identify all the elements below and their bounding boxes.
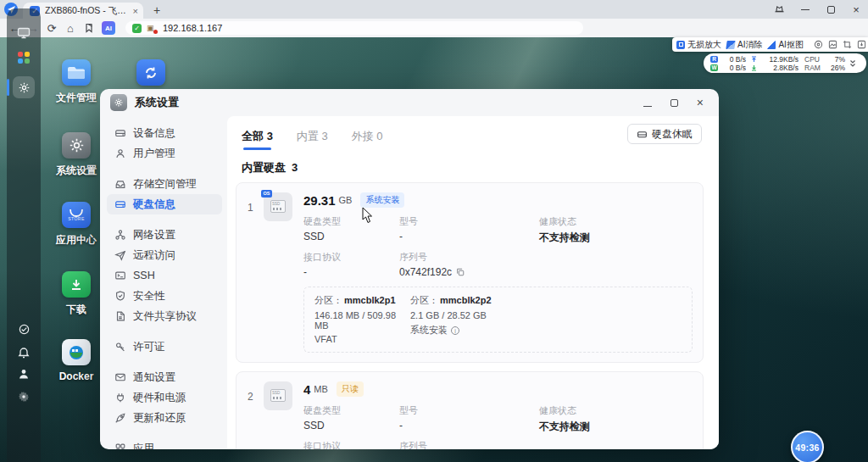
sidebar-item-storage-management[interactable]: 存储空间管理 [107,174,222,194]
crop-icon[interactable] [843,40,852,49]
collapse-chevron-icon[interactable] [849,56,856,71]
ram-value: 26% [831,64,845,72]
dock-sync-icon[interactable] [7,318,41,340]
dock [7,8,41,462]
window-maximize-button[interactable] [670,95,678,110]
disk-read-value: 0 B/s [730,55,746,64]
system-install-badge: 系统安装 [360,192,404,208]
dock-gear-icon[interactable] [7,386,41,408]
url-text[interactable]: 192.168.1.167 [163,23,222,33]
window-titlebar[interactable]: 系统设置 × [100,89,719,116]
reload-icon[interactable]: ⟳ [42,20,61,36]
tab-internal[interactable]: 内置 3 [297,129,328,144]
eraser-icon [726,41,735,49]
sidebar-item-label: 存储空间管理 [133,177,197,192]
download-arrow-icon [751,64,757,71]
sidebar-item-label: 网络设置 [133,228,175,242]
disk-drive-icon: OS SSD [264,192,292,221]
dock-notifications-bell-icon[interactable] [7,341,41,363]
sidebar-item-label: 通知设置 [133,370,175,385]
home-icon[interactable]: ⌂ [61,20,80,36]
desktop-icon-download[interactable]: 下载 [44,271,108,317]
sidebar-item-label: 许可证 [133,340,165,354]
sidebar-item-label: 远程访问 [133,248,175,263]
browser-theme-icon[interactable] [767,0,791,19]
tab-external[interactable]: 外接 0 [352,129,383,144]
sidebar-item-disk-info[interactable]: 硬盘信息 [107,194,222,214]
sidebar-item-security[interactable]: 安全性 [107,286,222,306]
disk-size: 29.31 [303,193,336,208]
bookmarks-icon[interactable] [80,20,98,36]
new-tab-button[interactable]: + [149,3,164,17]
sidebar-item-user-management[interactable]: 用户管理 [107,143,222,164]
files-folder-icon [62,59,91,86]
sidebar-item-label: 设备信息 [133,126,175,141]
sidebar-item-license[interactable]: 许可证 [107,337,222,357]
disk-sleep-button[interactable]: 硬盘休眠 [627,124,702,144]
desktop-icon-settings[interactable]: 系统设置 [44,132,108,178]
serial-value: 0x742f192c [399,266,539,278]
sidebar-item-notifications[interactable]: 通知设置 [107,367,222,387]
ai-extension-icon[interactable]: AI [102,21,115,35]
tab-close-icon[interactable]: × [133,6,138,16]
upload-arrow-icon [751,55,757,63]
desktop-icon-docker[interactable]: Docker [44,339,108,382]
system-settings-window: 系统设置 × 设备信息 用户管理 存储空间管理 硬盘信 [100,89,719,449]
disk-index: 1 [248,192,259,353]
tab-all[interactable]: 全部 3 [242,129,273,144]
sidebar-item-label: 文件共享协议 [133,309,197,324]
desktop-icon-files[interactable]: 文件管理 [44,59,108,105]
device-info-icon [114,127,126,139]
browser-tab[interactable]: ✓ ZXB860-fnOS - 飞牛 fnOS × [23,3,143,19]
adblock-shield-icon[interactable]: ✓ [132,24,142,33]
dock-settings-icon[interactable] [7,76,41,98]
dock-apps-icon[interactable] [7,47,41,69]
sidebar-item-label: 更新和还原 [133,411,186,426]
window-close-button[interactable]: × [697,96,704,109]
desktop-icon-sync[interactable] [119,59,183,86]
disk-card[interactable]: 1 OS SSD 29.31 GB 系统安装 硬盘类型SSD 型号- 健康状态不… [236,182,704,363]
system-monitor-widget[interactable]: R W 0 B/s 0 B/s 12.9KB/s 2.8KB/s CPU RAM… [704,53,866,73]
window-minimize-button[interactable] [643,95,652,110]
ai-cutout-button[interactable]: AI抠图 [767,39,803,51]
sidebar-item-remote-access[interactable]: 远程访问 [107,245,222,265]
desktop-icon-appcenter[interactable]: STORE 应用中心 [44,202,108,248]
power-plug-icon [114,392,126,404]
image-icon[interactable] [828,40,837,49]
sidebar-item-label: 应用 [133,442,154,450]
disk-write-icon: W [710,64,718,71]
disk-read-icon: R [710,56,718,63]
disk-card[interactable]: 2 SSD 4 MB 只读 硬盘类型SSD 型号- 健康状态不支持检测 接口协议… [236,371,704,449]
sidebar-item-ssh[interactable]: SSH [107,265,222,286]
settings-gear-icon [62,132,91,159]
appcenter-store-icon: STORE [62,202,91,228]
site-security-icon[interactable]: ▣ [147,24,156,33]
interface-value: - [303,266,399,278]
address-bar[interactable]: ✓ ▣ 192.168.1.167 [125,21,583,35]
browser-minimize-button[interactable] [793,0,817,19]
save-image-icon[interactable] [857,40,866,49]
floating-timer-widget[interactable]: 49:36 [791,431,824,462]
ai-erase-button[interactable]: AI消除 [726,39,762,51]
dock-user-icon[interactable] [7,363,41,385]
sidebar-item-update-restore[interactable]: 更新和还原 [107,408,222,428]
download-speed-value: 2.8KB/s [773,64,798,72]
sidebar-item-device-info[interactable]: 设备信息 [107,123,222,143]
dock-display-icon[interactable] [7,22,41,44]
ai-upscale-button[interactable]: 无损放大 [676,39,721,51]
upload-speed-value: 12.9KB/s [770,55,799,64]
disk-index: 2 [248,381,259,449]
partition-item: 分区：mmcblk2p2 2.1 GB / 28.52 GB 系统安装i [410,294,682,344]
sidebar-item-hardware-power[interactable]: 硬件和电源 [107,387,222,408]
lens-icon[interactable] [814,40,823,49]
copy-icon[interactable] [456,268,465,276]
browser-close-button[interactable]: × [844,0,868,19]
browser-maximize-button[interactable] [819,0,843,19]
partition-item: 分区：mmcblk2p1 146.18 MB / 509.98 MB VFAT [314,294,410,344]
sidebar-item-file-sharing[interactable]: 文件共享协议 [107,306,222,326]
info-icon[interactable]: i [451,326,459,335]
sidebar-item-apps[interactable]: 应用 [107,438,222,449]
section-title: 内置硬盘3 [242,160,704,175]
sidebar-item-network[interactable]: 网络设置 [107,225,222,245]
sidebar-item-label: 安全性 [133,289,165,303]
